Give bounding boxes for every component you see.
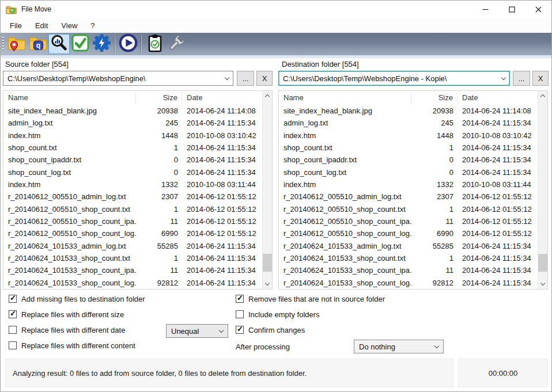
column-header-date[interactable]: Date — [458, 93, 538, 103]
menu-item-file[interactable]: File — [4, 19, 28, 32]
table-row[interactable]: shop_count_log.txt02014-06-24 11:15:34 — [3, 166, 262, 178]
table-row[interactable]: r_20140612_005510_shop_count_ipa...11201… — [3, 215, 262, 227]
scrollbar-thumb[interactable] — [263, 254, 272, 272]
table-row[interactable]: index.htm14482010-10-08 03:10:42 — [3, 130, 262, 142]
table-row[interactable]: index.htm14482010-10-08 03:10:42 — [279, 130, 538, 142]
after-processing-select[interactable]: Do nothing — [354, 340, 444, 353]
checkbox-option[interactable]: Remove files that are not in source fold… — [236, 294, 385, 303]
scroll-down-icon[interactable] — [263, 279, 272, 289]
file-name: index.htm — [279, 131, 411, 140]
play-icon — [119, 33, 138, 55]
menu-item-help[interactable]: ? — [85, 19, 100, 32]
checkbox-label: Include empty folders — [248, 310, 320, 319]
source-path-combobox[interactable] — [3, 71, 233, 86]
scroll-up-icon[interactable] — [263, 91, 272, 101]
table-row[interactable]: r_20140624_101533_shop_count.txt12014-06… — [279, 252, 538, 264]
scroll-up-icon[interactable] — [538, 91, 547, 101]
destination-folder-button[interactable]: q — [27, 34, 48, 54]
file-date: 2014-06-24 11:15:34 — [182, 242, 262, 250]
verify-button[interactable] — [70, 34, 91, 54]
column-header-name[interactable]: Name — [279, 93, 411, 103]
checkbox-checked-icon[interactable] — [9, 310, 17, 318]
table-row[interactable]: r_20140612_005510_shop_count_ipa...11201… — [279, 215, 538, 227]
source-clear-button[interactable]: X — [256, 71, 273, 86]
file-name: shop_count_log.txt — [3, 168, 136, 177]
table-row[interactable]: r_20140612_005510_shop_count.txt12014-06… — [3, 203, 262, 215]
chevron-down-icon — [219, 328, 224, 332]
table-row[interactable]: r_20140612_005510_shop_count_log...69902… — [279, 227, 538, 239]
source-browse-button[interactable]: ... — [237, 71, 254, 86]
table-row[interactable]: r_20140624_101533_admin_log.txt552852014… — [3, 240, 262, 252]
scroll-down-icon[interactable] — [538, 279, 547, 289]
report-button[interactable] — [144, 34, 165, 54]
checkbox-checked-icon[interactable] — [236, 295, 244, 303]
folder-question-icon: q — [28, 35, 48, 54]
destination-browse-button[interactable]: ... — [513, 71, 530, 86]
checkbox-option[interactable]: Add missing files to destination folder — [9, 294, 145, 303]
minimize-button[interactable] — [472, 1, 498, 18]
table-row[interactable]: index.htm13322010-10-08 03:11:44 — [279, 178, 538, 191]
checkbox-option[interactable]: Replace files with different content — [9, 341, 145, 350]
date-compare-select[interactable]: Unequal — [166, 324, 228, 338]
table-row[interactable]: shop_count_ipaddr.txt02014-06-24 11:15:3… — [3, 154, 262, 166]
menu-item-edit[interactable]: Edit — [29, 19, 54, 32]
file-name: r_20140624_101533_shop_count_ipa... — [279, 266, 411, 275]
checkbox-option[interactable]: Replace files with different size — [9, 310, 145, 319]
analyze-button[interactable] — [48, 34, 70, 54]
table-row[interactable]: site_index_head_blank.jpg209382014-06-24… — [279, 105, 538, 117]
table-row[interactable]: shop_count_ipaddr.txt02014-06-24 11:15:3… — [279, 154, 538, 166]
checkbox-option[interactable]: Include empty folders — [236, 310, 385, 319]
column-header-size[interactable]: Size — [411, 93, 458, 103]
column-header-date[interactable]: Date — [182, 93, 262, 103]
table-row[interactable]: r_20140624_101533_shop_count_log...92812… — [3, 277, 262, 289]
table-row[interactable]: r_20140612_005510_admin_log.txt23072014-… — [279, 191, 538, 203]
table-row[interactable]: r_20140612_005510_shop_count_log...69902… — [3, 227, 262, 239]
settings-button[interactable] — [165, 34, 187, 54]
checkbox-option[interactable]: Replace files with different date — [9, 325, 145, 334]
table-row[interactable]: admin_log.txt2452014-06-24 11:15:34 — [279, 117, 538, 129]
table-row[interactable]: shop_count.txt12014-06-24 11:15:34 — [279, 142, 538, 154]
table-row[interactable]: admin_log.txt2452014-06-24 11:15:34 — [3, 117, 262, 129]
checkbox-checked-icon[interactable] — [236, 326, 244, 334]
table-row[interactable]: shop_count_log.txt02014-06-24 11:15:34 — [279, 166, 538, 178]
file-size: 92812 — [136, 279, 182, 287]
column-header-name[interactable]: Name — [3, 93, 136, 103]
table-row[interactable]: r_20140612_005510_admin_log.txt23072014-… — [3, 191, 262, 203]
file-name: index.htm — [279, 180, 411, 189]
table-row[interactable]: r_20140612_005510_shop_count.txt12014-06… — [279, 203, 538, 215]
destination-path-combobox[interactable] — [278, 71, 510, 86]
checkbox-unchecked-icon[interactable] — [9, 326, 17, 334]
table-row[interactable]: r_20140624_101533_shop_count_ipa...11201… — [3, 264, 262, 276]
source-vertical-scrollbar[interactable] — [262, 91, 272, 289]
menu-item-view[interactable]: View — [55, 19, 83, 32]
scrollbar-thumb[interactable] — [538, 254, 547, 272]
table-row[interactable]: r_20140624_101533_shop_count_ipa...11201… — [279, 264, 538, 276]
destination-folder-label: Destination folder [554] — [282, 60, 359, 68]
destination-clear-button[interactable]: X — [532, 71, 549, 86]
table-row[interactable]: r_20140624_101533_shop_count_log...92812… — [279, 277, 538, 289]
destination-path-input[interactable] — [279, 71, 498, 85]
destination-combo-dropdown-button[interactable] — [498, 71, 509, 85]
table-row[interactable]: r_20140624_101533_admin_log.txt552852014… — [279, 240, 538, 252]
run-button[interactable] — [118, 34, 139, 54]
table-row[interactable]: index.htm13322010-10-08 03:11:44 — [3, 178, 262, 191]
source-folder-button[interactable] — [6, 34, 27, 54]
table-row[interactable]: r_20140624_101533_shop_count.txt12014-06… — [3, 252, 262, 264]
column-header-size[interactable]: Size — [136, 93, 182, 103]
close-button[interactable] — [525, 1, 551, 18]
checkbox-checked-icon[interactable] — [9, 295, 17, 303]
checkbox-unchecked-icon[interactable] — [236, 310, 244, 318]
table-row[interactable]: site_index_head_blank.jpg209382014-06-24… — [3, 105, 262, 117]
process-button[interactable] — [91, 34, 112, 54]
maximize-button[interactable] — [498, 1, 525, 18]
checkbox-label: Replace files with different content — [21, 341, 135, 350]
table-row[interactable]: shop_count.txt12014-06-24 11:15:34 — [3, 142, 262, 154]
source-combo-dropdown-button[interactable] — [221, 71, 233, 85]
destination-vertical-scrollbar[interactable] — [538, 91, 547, 289]
file-name: r_20140624_101533_shop_count.txt — [3, 254, 136, 262]
source-path-input[interactable] — [3, 71, 221, 85]
checkbox-unchecked-icon[interactable] — [9, 341, 17, 349]
checkbox-option[interactable]: Confirm changes — [236, 325, 385, 334]
toolbar-grip[interactable] — [2, 37, 4, 51]
file-date: 2014-06-12 01:55:12 — [458, 192, 538, 201]
